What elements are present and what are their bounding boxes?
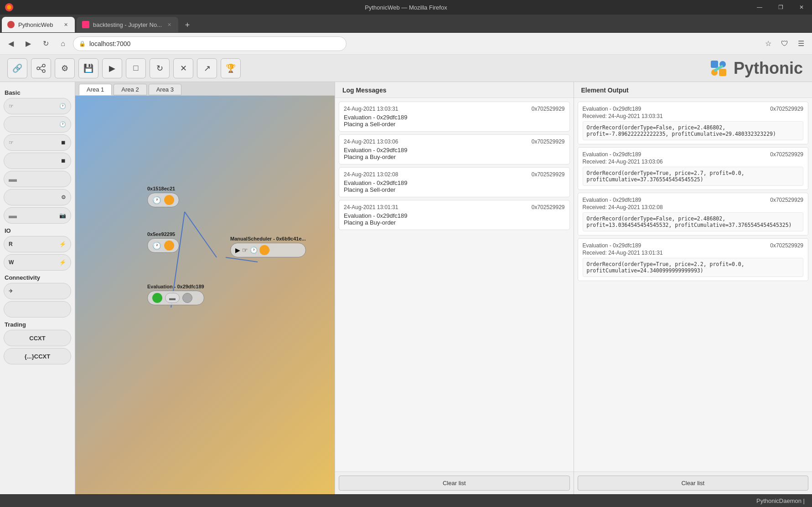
- area-tabs: Area 1 Area 2 Area 3: [75, 82, 335, 96]
- sidebar-item-telegram[interactable]: ✈: [4, 283, 71, 299]
- toolbar-stop-btn[interactable]: □: [126, 58, 146, 78]
- output-clear-button[interactable]: Clear list: [578, 476, 809, 491]
- reload-button[interactable]: ↻: [38, 36, 53, 51]
- node-evaluation[interactable]: Evaluation - 0x29dfc189 ▬: [147, 284, 204, 305]
- bookmark-button[interactable]: ☆: [761, 36, 776, 51]
- output-id-1: 0x702529929: [770, 151, 803, 158]
- toolbar-link-btn[interactable]: 🔗: [7, 58, 27, 78]
- status-bar: PythonicDaemon |: [0, 494, 812, 507]
- home-button[interactable]: ⌂: [56, 36, 70, 51]
- node-label-manual: ManualScheduler - 0x6b9c41e...: [230, 236, 306, 241]
- log-clear-button[interactable]: Clear list: [339, 476, 570, 491]
- sidebar-section-trading: Trading: [5, 321, 71, 328]
- minimize-button[interactable]: —: [749, 0, 770, 15]
- r-label: R: [9, 241, 13, 247]
- stop-icon-4: ⏹: [61, 158, 66, 164]
- logo-area: Pythonic: [707, 57, 803, 80]
- tab-close-jupyter[interactable]: ✕: [166, 21, 173, 28]
- address-bar-right: ☆ 🛡 ☰: [761, 36, 808, 51]
- area-tab-3[interactable]: Area 3: [149, 84, 181, 95]
- log-entry-0: 24-Aug-2021 13:03:31 0x702529929 Evaluat…: [339, 102, 570, 132]
- log-entry-3: 24-Aug-2021 13:01:31 0x702529929 Evaluat…: [339, 200, 570, 230]
- sidebar-item-5[interactable]: ▬: [4, 171, 71, 187]
- browser-tab-jupyter[interactable]: backtesting - Jupyter No... ✕: [77, 17, 178, 32]
- sidebar-item-3[interactable]: ☞ ⏹: [4, 134, 71, 151]
- log-msg-2: Evaluation - 0x29dfc189 Placing a Sell-o…: [344, 179, 565, 193]
- output-body-2: OrderRecord(orderType=False, price=2.486…: [583, 212, 804, 231]
- toolbar-node-btn[interactable]: [31, 58, 51, 78]
- sidebar-item-w[interactable]: W ⚡: [4, 254, 71, 271]
- play-icon-manual: ▶: [235, 246, 240, 254]
- telegram-icon: ✈: [9, 288, 13, 294]
- toolbar-export-btn[interactable]: ↗: [197, 58, 217, 78]
- node-0x5ee92295[interactable]: 0x5ee92295 🕐: [147, 231, 179, 253]
- output-entry-3: Evaluation - 0x29dfc189 0x702529929 Rece…: [578, 238, 809, 281]
- output-id-2: 0x702529929: [770, 197, 803, 203]
- output-entry-header-0: Evaluation - 0x29dfc189 0x702529929: [583, 106, 804, 112]
- shield-button[interactable]: 🛡: [777, 36, 792, 51]
- app-container: 🔗 ⚙ 💾 ▶ □ ↻ ✕ ↗ 🏆 Pythonic: [0, 55, 812, 507]
- window-controls: — ❐ ✕: [749, 0, 812, 15]
- lock-icon: 🔒: [79, 41, 86, 47]
- canvas-bg[interactable]: 0x1518ec21 🕐 0x5ee92295 🕐: [75, 96, 335, 494]
- canvas-viewport: 0x1518ec21 🕐 0x5ee92295 🕐: [75, 96, 335, 494]
- log-entry-header-3: 24-Aug-2021 13:01:31 0x702529929: [344, 204, 565, 210]
- sidebar-item-r[interactable]: R ⚡: [4, 236, 71, 252]
- toolbar-save-btn[interactable]: 💾: [78, 58, 98, 78]
- log-entry-2: 24-Aug-2021 13:02:08 0x702529929 Evaluat…: [339, 167, 570, 197]
- gear-icon-6: ⚙: [61, 194, 66, 200]
- lightning-icon-r: ⚡: [59, 241, 66, 247]
- sidebar-item-2[interactable]: 🕐: [4, 116, 71, 133]
- browser-tab-pythonic[interactable]: PythonicWeb ✕: [2, 17, 75, 32]
- sidebar-item-1[interactable]: ☞ 🕐: [4, 98, 71, 114]
- node-box-manual[interactable]: ▶ ☞ 🕐: [230, 243, 306, 257]
- sidebar-item-ccxt-json[interactable]: {...}CCXT: [4, 348, 71, 364]
- toolbar-refresh-btn[interactable]: ↻: [150, 58, 170, 78]
- toolbar-settings-btn[interactable]: ⚙: [55, 58, 75, 78]
- log-id-0: 0x702529929: [532, 106, 565, 112]
- sidebar-item-6[interactable]: ⚙: [4, 189, 71, 205]
- restore-button[interactable]: ❐: [770, 0, 791, 15]
- node-box-5ee9[interactable]: 🕐: [147, 238, 179, 253]
- stop-icon-3: ⏹: [61, 139, 66, 146]
- output-element-2: Evaluation - 0x29dfc189: [583, 197, 641, 203]
- toolbar-play-btn[interactable]: ▶: [102, 58, 122, 78]
- svg-rect-8: [719, 69, 726, 76]
- node-box-1518[interactable]: 🕐: [147, 193, 179, 207]
- output-received-2: Received: 24-Aug-2021 13:02:08: [583, 204, 804, 210]
- log-id-2: 0x702529929: [532, 171, 565, 178]
- jupyter-favicon: [82, 21, 89, 28]
- log-line2-0: Placing a Sell-order: [344, 121, 565, 128]
- node-manual-scheduler[interactable]: ManualScheduler - 0x6b9c41e... ▶ ☞ 🕐: [230, 236, 306, 257]
- area-tab-1[interactable]: Area 1: [79, 84, 112, 95]
- log-timestamp-1: 24-Aug-2021 13:03:06: [344, 138, 398, 145]
- url-bar[interactable]: 🔒 localhost:7000: [73, 36, 347, 51]
- logo-text: Pythonic: [734, 59, 803, 78]
- tab-close-pythonic[interactable]: ✕: [62, 21, 69, 28]
- svg-rect-7: [711, 61, 718, 68]
- node-0x1518ec21[interactable]: 0x1518ec21 🕐: [147, 186, 179, 207]
- forward-button[interactable]: ▶: [21, 36, 36, 51]
- node-box-eval[interactable]: ▬: [147, 291, 204, 305]
- output-entry-header-1: Evaluation - 0x29dfc189 0x702529929: [583, 151, 804, 158]
- svg-line-5: [40, 66, 42, 68]
- area-tab-2[interactable]: Area 2: [114, 84, 146, 95]
- sidebar-section-connectivity: Connectivity: [5, 274, 71, 281]
- new-tab-button[interactable]: +: [180, 18, 195, 32]
- close-button[interactable]: ✕: [791, 0, 812, 15]
- sidebar-item-7[interactable]: ▬ 📷: [4, 207, 71, 224]
- sidebar-section-io: IO: [5, 227, 71, 234]
- pythonic-logo-icon: [707, 57, 730, 80]
- sidebar-item-4[interactable]: ⏹: [4, 153, 71, 169]
- svg-point-4: [42, 70, 45, 72]
- tab-label-pythonic: PythonicWeb: [18, 21, 53, 28]
- menu-button[interactable]: ☰: [794, 36, 808, 51]
- canvas-area: Area 1 Area 2 Area 3 0x1518ec2: [75, 82, 335, 494]
- back-button[interactable]: ◀: [4, 36, 18, 51]
- toolbar-trophy-btn[interactable]: 🏆: [221, 58, 241, 78]
- output-element-3: Evaluation - 0x29dfc189: [583, 242, 641, 249]
- sidebar-item-ccxt[interactable]: CCXT: [4, 330, 71, 346]
- clock-icon-node1: 🕐: [152, 196, 161, 205]
- toolbar-close-btn[interactable]: ✕: [173, 58, 193, 78]
- sidebar-item-connectivity-2[interactable]: [4, 301, 71, 318]
